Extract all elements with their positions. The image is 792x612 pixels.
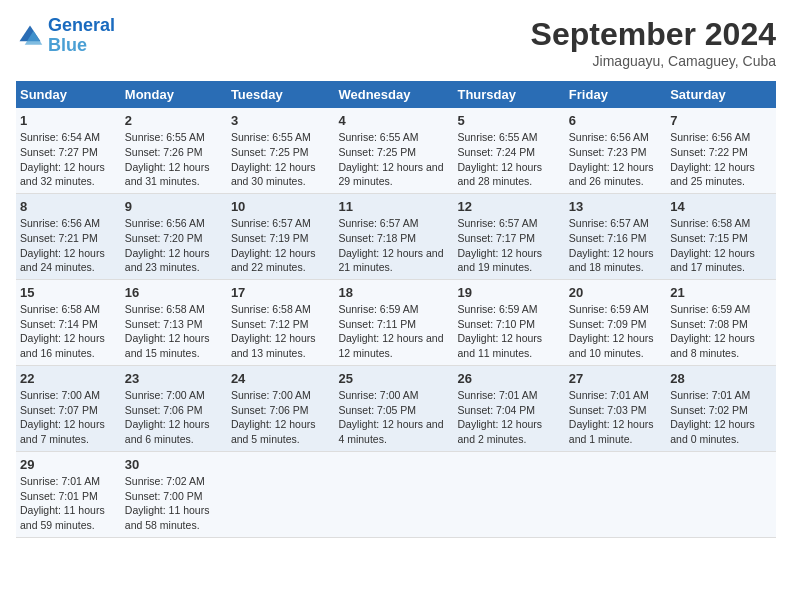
sunrise-info: Sunrise: 6:57 AMSunset: 7:19 PMDaylight:… — [231, 217, 316, 273]
day-cell: 7Sunrise: 6:56 AMSunset: 7:22 PMDaylight… — [666, 108, 776, 193]
day-number: 13 — [569, 198, 662, 216]
sunrise-info: Sunrise: 7:00 AMSunset: 7:06 PMDaylight:… — [125, 389, 210, 445]
day-cell: 26Sunrise: 7:01 AMSunset: 7:04 PMDayligh… — [453, 365, 564, 451]
day-number: 1 — [20, 112, 117, 130]
day-cell: 2Sunrise: 6:55 AMSunset: 7:26 PMDaylight… — [121, 108, 227, 193]
day-number: 30 — [125, 456, 223, 474]
day-number: 26 — [457, 370, 560, 388]
day-number: 16 — [125, 284, 223, 302]
sunrise-info: Sunrise: 6:59 AMSunset: 7:11 PMDaylight:… — [338, 303, 443, 359]
day-cell: 23Sunrise: 7:00 AMSunset: 7:06 PMDayligh… — [121, 365, 227, 451]
day-number: 17 — [231, 284, 331, 302]
header-row: SundayMondayTuesdayWednesdayThursdayFrid… — [16, 81, 776, 108]
sunrise-info: Sunrise: 6:55 AMSunset: 7:26 PMDaylight:… — [125, 131, 210, 187]
day-cell — [666, 451, 776, 537]
day-cell: 16Sunrise: 6:58 AMSunset: 7:13 PMDayligh… — [121, 279, 227, 365]
sunrise-info: Sunrise: 6:56 AMSunset: 7:22 PMDaylight:… — [670, 131, 755, 187]
day-cell: 21Sunrise: 6:59 AMSunset: 7:08 PMDayligh… — [666, 279, 776, 365]
day-cell: 19Sunrise: 6:59 AMSunset: 7:10 PMDayligh… — [453, 279, 564, 365]
sunrise-info: Sunrise: 7:00 AMSunset: 7:05 PMDaylight:… — [338, 389, 443, 445]
day-cell: 4Sunrise: 6:55 AMSunset: 7:25 PMDaylight… — [334, 108, 453, 193]
day-cell: 6Sunrise: 6:56 AMSunset: 7:23 PMDaylight… — [565, 108, 666, 193]
page-header: GeneralBlue September 2024 Jimaguayu, Ca… — [16, 16, 776, 69]
col-header-wednesday: Wednesday — [334, 81, 453, 108]
day-cell: 15Sunrise: 6:58 AMSunset: 7:14 PMDayligh… — [16, 279, 121, 365]
sunrise-info: Sunrise: 6:58 AMSunset: 7:15 PMDaylight:… — [670, 217, 755, 273]
day-cell: 17Sunrise: 6:58 AMSunset: 7:12 PMDayligh… — [227, 279, 335, 365]
sunrise-info: Sunrise: 6:58 AMSunset: 7:12 PMDaylight:… — [231, 303, 316, 359]
sunrise-info: Sunrise: 6:56 AMSunset: 7:23 PMDaylight:… — [569, 131, 654, 187]
day-cell: 29Sunrise: 7:01 AMSunset: 7:01 PMDayligh… — [16, 451, 121, 537]
sunrise-info: Sunrise: 7:01 AMSunset: 7:04 PMDaylight:… — [457, 389, 542, 445]
day-cell: 28Sunrise: 7:01 AMSunset: 7:02 PMDayligh… — [666, 365, 776, 451]
col-header-sunday: Sunday — [16, 81, 121, 108]
day-cell: 22Sunrise: 7:00 AMSunset: 7:07 PMDayligh… — [16, 365, 121, 451]
title-block: September 2024 Jimaguayu, Camaguey, Cuba — [531, 16, 776, 69]
day-number: 3 — [231, 112, 331, 130]
day-number: 9 — [125, 198, 223, 216]
day-cell: 30Sunrise: 7:02 AMSunset: 7:00 PMDayligh… — [121, 451, 227, 537]
day-number: 23 — [125, 370, 223, 388]
day-cell: 25Sunrise: 7:00 AMSunset: 7:05 PMDayligh… — [334, 365, 453, 451]
day-number: 6 — [569, 112, 662, 130]
day-cell — [334, 451, 453, 537]
sunrise-info: Sunrise: 7:01 AMSunset: 7:01 PMDaylight:… — [20, 475, 105, 531]
day-cell: 1Sunrise: 6:54 AMSunset: 7:27 PMDaylight… — [16, 108, 121, 193]
logo: GeneralBlue — [16, 16, 115, 56]
sunrise-info: Sunrise: 6:59 AMSunset: 7:09 PMDaylight:… — [569, 303, 654, 359]
logo-text: GeneralBlue — [48, 16, 115, 56]
week-row-1: 1Sunrise: 6:54 AMSunset: 7:27 PMDaylight… — [16, 108, 776, 193]
day-cell: 20Sunrise: 6:59 AMSunset: 7:09 PMDayligh… — [565, 279, 666, 365]
day-number: 25 — [338, 370, 449, 388]
sunrise-info: Sunrise: 6:59 AMSunset: 7:08 PMDaylight:… — [670, 303, 755, 359]
day-cell — [565, 451, 666, 537]
col-header-saturday: Saturday — [666, 81, 776, 108]
month-title: September 2024 — [531, 16, 776, 53]
col-header-tuesday: Tuesday — [227, 81, 335, 108]
day-number: 12 — [457, 198, 560, 216]
sunrise-info: Sunrise: 7:02 AMSunset: 7:00 PMDaylight:… — [125, 475, 210, 531]
day-cell: 13Sunrise: 6:57 AMSunset: 7:16 PMDayligh… — [565, 193, 666, 279]
day-number: 19 — [457, 284, 560, 302]
day-cell: 18Sunrise: 6:59 AMSunset: 7:11 PMDayligh… — [334, 279, 453, 365]
day-number: 8 — [20, 198, 117, 216]
day-cell — [227, 451, 335, 537]
day-cell: 27Sunrise: 7:01 AMSunset: 7:03 PMDayligh… — [565, 365, 666, 451]
day-cell: 3Sunrise: 6:55 AMSunset: 7:25 PMDaylight… — [227, 108, 335, 193]
day-number: 24 — [231, 370, 331, 388]
sunrise-info: Sunrise: 7:00 AMSunset: 7:06 PMDaylight:… — [231, 389, 316, 445]
col-header-friday: Friday — [565, 81, 666, 108]
sunrise-info: Sunrise: 6:55 AMSunset: 7:25 PMDaylight:… — [231, 131, 316, 187]
day-number: 29 — [20, 456, 117, 474]
day-cell: 12Sunrise: 6:57 AMSunset: 7:17 PMDayligh… — [453, 193, 564, 279]
sunrise-info: Sunrise: 7:00 AMSunset: 7:07 PMDaylight:… — [20, 389, 105, 445]
day-number: 10 — [231, 198, 331, 216]
week-row-3: 15Sunrise: 6:58 AMSunset: 7:14 PMDayligh… — [16, 279, 776, 365]
sunrise-info: Sunrise: 6:57 AMSunset: 7:17 PMDaylight:… — [457, 217, 542, 273]
day-cell: 10Sunrise: 6:57 AMSunset: 7:19 PMDayligh… — [227, 193, 335, 279]
day-number: 2 — [125, 112, 223, 130]
sunrise-info: Sunrise: 6:55 AMSunset: 7:25 PMDaylight:… — [338, 131, 443, 187]
logo-icon — [16, 22, 44, 50]
day-number: 4 — [338, 112, 449, 130]
day-number: 15 — [20, 284, 117, 302]
sunrise-info: Sunrise: 7:01 AMSunset: 7:02 PMDaylight:… — [670, 389, 755, 445]
day-cell: 8Sunrise: 6:56 AMSunset: 7:21 PMDaylight… — [16, 193, 121, 279]
week-row-5: 29Sunrise: 7:01 AMSunset: 7:01 PMDayligh… — [16, 451, 776, 537]
location-subtitle: Jimaguayu, Camaguey, Cuba — [531, 53, 776, 69]
day-number: 5 — [457, 112, 560, 130]
day-cell: 11Sunrise: 6:57 AMSunset: 7:18 PMDayligh… — [334, 193, 453, 279]
day-number: 27 — [569, 370, 662, 388]
day-number: 28 — [670, 370, 772, 388]
sunrise-info: Sunrise: 6:58 AMSunset: 7:13 PMDaylight:… — [125, 303, 210, 359]
day-number: 14 — [670, 198, 772, 216]
col-header-thursday: Thursday — [453, 81, 564, 108]
sunrise-info: Sunrise: 6:59 AMSunset: 7:10 PMDaylight:… — [457, 303, 542, 359]
day-number: 20 — [569, 284, 662, 302]
day-cell — [453, 451, 564, 537]
day-number: 7 — [670, 112, 772, 130]
day-number: 22 — [20, 370, 117, 388]
day-cell: 24Sunrise: 7:00 AMSunset: 7:06 PMDayligh… — [227, 365, 335, 451]
week-row-4: 22Sunrise: 7:00 AMSunset: 7:07 PMDayligh… — [16, 365, 776, 451]
sunrise-info: Sunrise: 6:58 AMSunset: 7:14 PMDaylight:… — [20, 303, 105, 359]
